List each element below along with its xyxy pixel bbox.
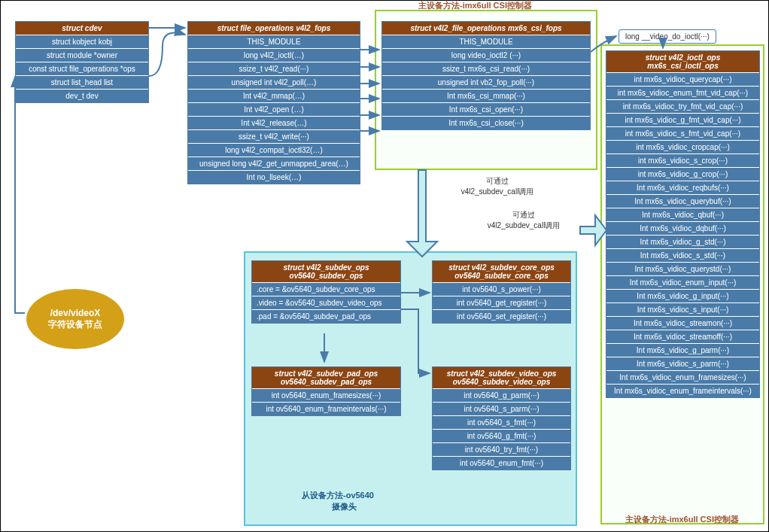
struct-item: int ov5640_g_fmt(···): [433, 430, 570, 443]
video-header: struct v4l2_subdev_video_ops ov5640_subd…: [433, 367, 570, 389]
cdev-header: struct cdev: [16, 22, 148, 35]
struct-item: int mx6s_vidioc_querycap(···): [606, 73, 759, 87]
struct-item: Int mx6s_vidioc_enum_frameintervals(···): [606, 385, 759, 397]
box-subdev: struct v4l2_subdev_ops ov5640_subdev_ops…: [251, 260, 401, 324]
struct-item: Int mx6s_vidioc_streamon(···): [606, 317, 759, 330]
struct-item: long v4l2_compat_ioctl32(…): [188, 144, 360, 157]
box-video: struct v4l2_subdev_video_ops ov5640_subd…: [432, 366, 571, 470]
dev-node-ellipse: /dev/videoX 字符设备节点: [26, 289, 124, 349]
struct-item: unsigned int vb2_fop_poll(···): [382, 76, 590, 90]
struct-item: Int mx6s_vidioc_querybuf(···): [606, 195, 759, 208]
struct-item: Int mx6s_vidioc_s_parm(···): [606, 357, 759, 371]
struct-item: int ov5640_try_fmt(···): [433, 443, 570, 457]
struct-item: int mx6s_vidioc_enum_fmt_vid_cap(···): [606, 87, 759, 100]
subdev-header: struct v4l2_subdev_ops ov5640_subdev_ops: [252, 261, 400, 283]
struct-item: unsigned long v4l2_get_unmapped_area(…): [188, 157, 360, 171]
box-ioctl: struct v4l2_ioctl_ops mx6s_csi_ioctl_ops…: [606, 50, 760, 398]
struct-item: int ov5640_enum_framesizes(···): [252, 389, 400, 403]
struct-item: const struct file_operations *ops: [16, 62, 148, 76]
struct-item: int ov5640_enum_fmt(···): [433, 457, 570, 470]
note2: 可通过 v4l2_subdev_call调用: [467, 210, 580, 231]
struct-item: Int mx6s_vidioc_reqbufs(···): [606, 181, 759, 195]
struct-item: Int no_llseek(…): [188, 171, 360, 184]
struct-item: Int mx6s_vidioc_streamoff(···): [606, 330, 759, 344]
box-core: struct v4l2_subdev_core_ops ov5640_subde…: [432, 260, 571, 324]
region-main-top-label: 主设备方法-imx6ull CSI控制器: [418, 0, 532, 11]
struct-item: THIS_MODULE: [382, 35, 590, 49]
struct-item: Int mx6s_csi_mmap(···): [382, 90, 590, 103]
struct-item: int ov5640_g_parm(···): [433, 389, 570, 403]
struct-item: int mx6s_vidioc_cropcap(···): [606, 141, 759, 154]
struct-item: Int mx6s_vidioc_g_input(···): [606, 290, 759, 303]
struct-item: long video_ioctl2 (···): [382, 49, 590, 62]
struct-item: Int mx6s_vidioc_dqbuf(···): [606, 222, 759, 236]
ellipse-line2: 字符设备节点: [48, 318, 102, 331]
struct-item: THIS_MODULE: [188, 35, 360, 49]
struct-item: Int mx6s_vidioc_s_std(···): [606, 249, 759, 263]
struct-item: Int mx6s_vidioc_qbuf(···): [606, 208, 759, 222]
box-fops: struct file_operations v4l2_fops THIS_MO…: [187, 21, 360, 184]
struct-item: .video = &ov5640_subdev_video_ops: [252, 296, 400, 310]
struct-item: .core = &ov5640_subdev_core_ops: [252, 283, 400, 296]
struct-item: ssize_t mx6s_csi_read(···): [382, 62, 590, 76]
struct-item: int mx6s_vidioc_g_fmt_vid_cap(···): [606, 114, 759, 127]
struct-item: Int mx6s_vidioc_g_parm(···): [606, 344, 759, 357]
struct-item: int mx6s_vidioc_g_crop(···): [606, 168, 759, 181]
callout-video-do-ioctl: long __video_do_ioctl(···): [619, 29, 716, 44]
struct-item: struct module *owner: [16, 49, 148, 62]
struct-item: Int mx6s_vidioc_querystd(···): [606, 263, 759, 276]
struct-item: int ov5640_s_power(···): [433, 283, 570, 296]
struct-item: Int mx6s_csi_open(···): [382, 103, 590, 117]
note1: 可通过 v4l2_subdev_call调用: [441, 176, 554, 197]
fops-header: struct file_operations v4l2_fops: [188, 22, 360, 35]
box-pad: struct v4l2_subdev_pad_ops ov5640_subdev…: [251, 366, 401, 416]
struct-item: unsigned int v4l2_poll(…): [188, 76, 360, 90]
box-cdev: struct cdev struct kobject kobjstruct mo…: [15, 21, 149, 103]
struct-item: int mx6s_vidioc_s_crop(···): [606, 154, 759, 168]
struct-item: ssize_t v4l2_read(···): [188, 62, 360, 76]
struct-item: Int mx6s_vidioc_enum_input(···): [606, 276, 759, 290]
struct-item: Int v4l2_release(…): [188, 117, 360, 130]
struct-item: Int mx6s_csi_close(···): [382, 117, 590, 129]
struct-item: dev_t dev: [16, 90, 148, 102]
struct-item: int ov5640_s_fmt(···): [433, 416, 570, 430]
struct-item: int ov5640_get_register(···): [433, 296, 570, 310]
region-main-right-label: 主设备方法-imx6ull CSI控制器: [625, 514, 739, 525]
struct-item: struct kobject kobj: [16, 35, 148, 49]
region-subdev-label1: 从设备方法-ov5640: [302, 490, 374, 501]
ellipse-line1: /dev/videoX: [50, 308, 101, 318]
struct-item: struct list_head list: [16, 76, 148, 90]
csifops-header: struct v4l2_file_operations mx6s_csi_fop…: [382, 22, 590, 35]
box-csifops: struct v4l2_file_operations mx6s_csi_fop…: [381, 21, 591, 130]
pad-header: struct v4l2_subdev_pad_ops ov5640_subdev…: [252, 367, 400, 389]
core-header: struct v4l2_subdev_core_ops ov5640_subde…: [433, 261, 570, 283]
struct-item: Int mx6s_vidioc_g_std(···): [606, 236, 759, 249]
struct-item: int ov5640_s_parm(···): [433, 403, 570, 416]
region-subdev-label2: 摄像头: [332, 501, 357, 512]
struct-item: Int mx6s_vidioc_enum_framesizes(···): [606, 371, 759, 385]
struct-item: int ov5640_enum_frameintervals(···): [252, 403, 400, 415]
struct-item: Int v4l2_mmap(…): [188, 90, 360, 103]
struct-item: long v4l2_ioctl(…): [188, 49, 360, 62]
struct-item: int mx6s_vidioc_try_fmt_vid_cap(···): [606, 100, 759, 114]
struct-item: int ov5640_set_register(···): [433, 310, 570, 323]
struct-item: int mx6s_vidioc_s_fmt_vid_cap(···): [606, 127, 759, 141]
struct-item: Int v4l2_open (…): [188, 103, 360, 117]
struct-item: .pad = &ov5640_subdev_pad_ops: [252, 310, 400, 323]
struct-item: Int mx6s_vidioc_s_input(···): [606, 303, 759, 317]
ioctl-header: struct v4l2_ioctl_ops mx6s_csi_ioctl_ops: [606, 51, 759, 73]
struct-item: ssize_t v4l2_write(···): [188, 130, 360, 144]
